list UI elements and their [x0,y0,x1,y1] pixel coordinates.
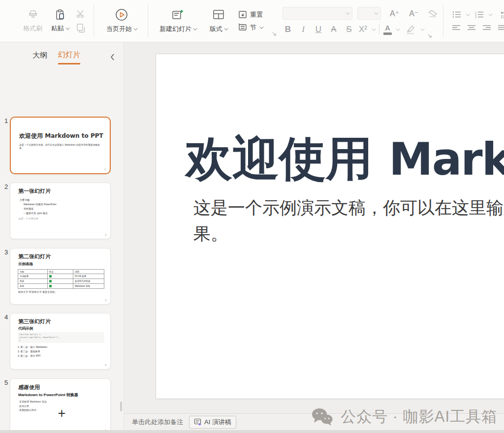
chevron-down-icon [133,26,137,30]
increase-font-button[interactable]: A⁺ [390,9,399,18]
format-painter-button[interactable]: 格式刷 [19,0,47,42]
layout-button[interactable]: 版式 [205,0,231,42]
underline-button[interactable]: U [313,25,324,34]
body-text-cn: 这是一个示例演示文稿，你可以在这里输入 [193,198,504,217]
clear-format-eraser-icon[interactable] [427,9,438,18]
chevron-down-icon [396,27,400,31]
cut-button[interactable] [76,9,86,18]
table-cell: 列表 [18,279,48,284]
strikethrough-s-button[interactable]: S [344,25,354,34]
reset-button[interactable]: 重置 [238,10,263,19]
chevron-down-icon [259,25,263,29]
chevron-down-icon [420,27,424,31]
justify-button[interactable] [498,25,504,31]
current-slide[interactable]: 欢迎使用 Markdown to PPT 这是一个示例演示文稿，你可以在这里输入… [156,54,504,399]
table-header: 功能 [18,270,48,274]
decrease-indent-button[interactable] [501,11,504,18]
section-button[interactable]: 节 [238,23,263,32]
thumb1-title-en: Markdown to PPT [45,132,103,139]
slide-body-line2: 果。 [193,221,504,247]
new-slide-icon [171,8,184,21]
align-center-button[interactable] [468,25,476,31]
slide-body-text[interactable]: 这是一个示例演示文稿，你可以在这里输入 Markdown 内容并实时预览转换效 … [193,195,504,247]
paste-button[interactable]: 粘贴 [47,0,73,42]
font-family-select[interactable] [283,7,352,20]
slide-thumbnail-4[interactable]: 第三张幻灯片 代码示例 function hello() { console.l… [10,313,111,370]
check-icon [49,285,52,287]
slide-index: 3 [4,248,8,256]
italic-button[interactable]: I [298,25,309,34]
thumb-page-number: 2 [105,234,106,236]
align-right-button[interactable] [483,25,491,31]
start-current-page-label: 当页开始 [106,25,132,33]
thumb3-table: 功能 状态 说明 支持标题 H1-H6 标题 列表 有序和无序列表 表格 Mar… [18,269,104,289]
font-dialog-launcher-icon[interactable] [427,33,432,38]
chevron-down-icon [372,27,376,31]
layout-label: 版式 [210,25,222,33]
tab-slides[interactable]: 幻灯片 [58,50,80,64]
wechat-icon [311,407,334,426]
format-painter-label: 格式刷 [23,24,42,33]
thumb1-title-cn: 欢迎使用 [19,132,45,139]
thumb2-quote: 这是一个引用示例 [18,216,56,221]
superscript-button[interactable]: X² [359,25,367,34]
slide-canvas: 欢迎使用 Markdown to PPT 这是一个示例演示文稿，你可以在这里输入… [124,42,504,413]
section-icon [238,23,247,31]
code-line: } [19,339,103,342]
slide-thumbnail-1[interactable]: 欢迎使用 Markdown to PPT 这是一个示例演示文稿，你可以在这里输入… [10,117,111,174]
superscript-label: X² [359,25,367,34]
ai-speech-label: AI 演讲稿 [204,418,231,427]
thumb5-title: 感谢使用 [18,384,40,391]
add-slide-button[interactable]: + [0,406,124,421]
notes-placeholder[interactable]: 单击此处添加备注 [132,418,183,427]
thumb2-list-item: · 实时预览 [22,207,56,211]
decrease-font-button[interactable]: A⁻ [409,9,418,18]
ribbon-toolbar: 格式刷 粘贴 [0,0,504,42]
slide-thumbnail-2[interactable]: 第一张幻灯片 · 主要功能 · Markdown 转换为 PowerPoint … [10,183,111,239]
bullet-list-button[interactable] [452,11,461,18]
brush-icon [27,9,39,21]
new-slide-label: 新建幻灯片 [159,25,191,33]
chevron-down-icon [466,12,470,16]
clipboard-dialog-launcher-icon[interactable] [272,31,277,36]
sidebar-scrollbar[interactable] [120,402,122,411]
slide-index: 1 [4,117,8,124]
step-item: 3. 第三步：导出 PPT [18,354,47,358]
slide-title[interactable]: 欢迎使用 Markdown to PPT [186,128,504,191]
watermark-text: 公众号 · 咖影AI工具箱 [341,406,497,427]
thumb2-list-item: · Markdown 转换为 PowerPoint [22,202,56,207]
chevron-down-icon [346,10,349,14]
copy-button[interactable] [76,23,86,33]
step-item: 1. 第一步：输入 Markdown [18,345,47,349]
ai-speech-button[interactable]: AI 演讲稿 [189,416,236,429]
tab-outline[interactable]: 大纲 [32,51,47,63]
font-size-select[interactable] [357,7,381,20]
play-from-current-button[interactable]: 当页开始 [102,0,141,42]
layout-icon [212,8,225,21]
chevron-down-icon [65,26,69,30]
check-icon [49,275,52,278]
thumb3-title: 第二张幻灯片 [18,253,51,260]
thumb1-body: 这是一个示例演示文稿，你可以在这里输入 Markdown 内容并实时预览转换效果… [19,143,102,150]
collapse-panel-button[interactable] [110,54,115,61]
thumb3-subtitle: 示例表格 [18,262,33,267]
new-slide-button[interactable]: 新建幻灯片 [155,0,200,42]
chevron-down-icon [374,10,378,14]
bottom-strip [0,430,504,433]
play-circle-icon [115,8,128,21]
thumb5-subtitle: Markdown to PowerPoint 转换器 [18,392,78,398]
reset-label: 重置 [250,10,263,19]
font-color-button[interactable]: A [384,24,391,35]
highlight-pen-icon[interactable] [405,25,416,34]
slide-body-line1: 这是一个示例演示文稿，你可以在这里输入 Markdown 内容并实时预览转换效 [193,195,504,221]
thumb4-code-block: function hello() { console.log("Hello, P… [18,332,104,343]
align-left-button[interactable] [452,25,461,31]
table-cell: 支持标题 [18,274,48,279]
table-row: 表格 Markdown 表格 [18,284,104,289]
strikethrough-a-button[interactable]: A [328,25,339,34]
bold-button[interactable]: B [283,25,293,34]
chevron-down-icon [224,26,228,30]
slide-thumbnail-3[interactable]: 第二张幻灯片 示例表格 功能 状态 说明 支持标题 H1-H6 标题 列表 有序… [10,248,111,305]
numbered-list-button[interactable]: 1 2 3 [475,11,484,18]
thumb4-steps: 1. 第一步：输入 Markdown 2. 第二步：预览效果 3. 第三步：导出… [18,345,47,358]
